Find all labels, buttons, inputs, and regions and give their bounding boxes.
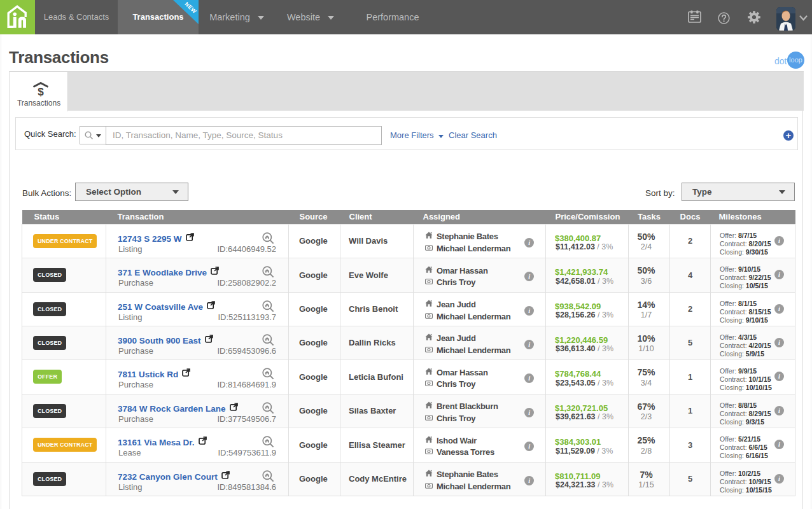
svg-text:$: $ bbox=[38, 86, 44, 98]
